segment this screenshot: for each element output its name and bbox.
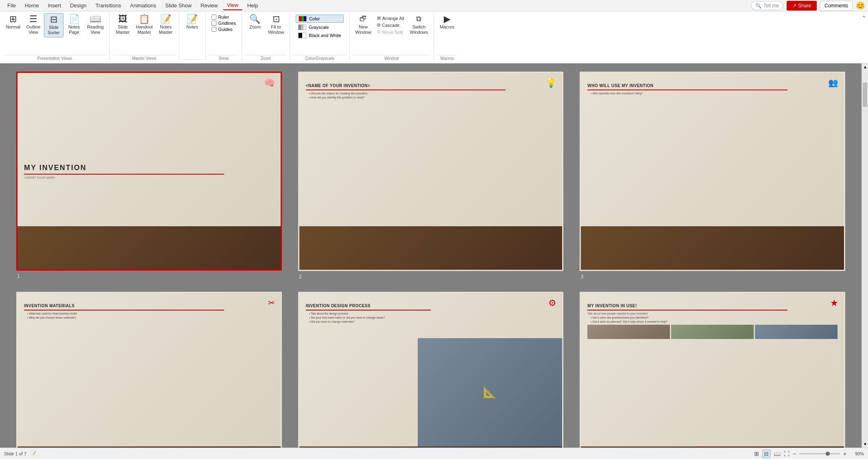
slide-num-1: 1 — [16, 273, 282, 279]
black-white-button[interactable]: Black and White — [296, 32, 343, 39]
outline-view-icon: ☰ — [29, 15, 37, 24]
menu-slideshow[interactable]: Slide Show — [161, 1, 196, 10]
normal-view-button[interactable]: ⊞ Normal — [3, 13, 23, 31]
gridlines-check[interactable] — [212, 21, 216, 26]
guides-checkbox[interactable]: Guides — [212, 27, 236, 32]
slide2-bullet2: How did you identify this problem or nee… — [306, 96, 556, 99]
menu-file[interactable]: File — [3, 1, 20, 10]
arrange-all-button[interactable]: ⊞ Arrange All — [375, 15, 407, 22]
slide4-title: INVENTION MATERIALS — [24, 304, 274, 308]
notes-page-icon: 📄 — [69, 15, 80, 24]
reading-view-status-icon[interactable]: 📖 — [774, 450, 781, 457]
notes-button[interactable]: 📝 Notes — [183, 13, 202, 31]
cascade-button[interactable]: ⧉ Cascade — [375, 22, 407, 28]
menu-review[interactable]: Review — [196, 1, 222, 10]
search-icon: 🔍 — [755, 3, 761, 9]
slide-sorter-button[interactable]: ⊟ Slide Sorter — [44, 13, 63, 37]
slide-item-6[interactable]: MY INVENTION IN USE! Talk about how peop… — [580, 292, 845, 448]
tell-me-input[interactable]: 🔍 Tell me — [751, 1, 783, 10]
ruler-check[interactable] — [212, 15, 216, 20]
move-split-button[interactable]: ⊟ Move Split — [375, 28, 407, 35]
slide-thumb-1[interactable]: MY INVENTION <INSERT YOUR NAME> 🧠 — [16, 72, 282, 271]
main-area: MY INVENTION <INSERT YOUR NAME> 🧠 1 <NAM… — [0, 63, 868, 448]
menu-transitions[interactable]: Transitions — [92, 1, 125, 10]
normal-view-icon: ⊞ — [9, 15, 17, 24]
menu-help[interactable]: Help — [243, 1, 262, 10]
fit-window-icon: ⊡ — [273, 15, 280, 24]
zoom-slider[interactable] — [799, 453, 840, 455]
slide6-line — [587, 310, 787, 310]
comments-button[interactable]: Comments — [820, 1, 853, 11]
notes-page-button[interactable]: 📄 Notes Page — [64, 13, 84, 37]
slide-item-4[interactable]: INVENTION MATERIALS Materials used for f… — [16, 292, 282, 448]
slide4-bullet1: Materials used for final invention build — [24, 312, 274, 315]
slide-thumb-6[interactable]: MY INVENTION IN USE! Talk about how peop… — [580, 292, 845, 448]
macros-button[interactable]: ▶ Macros — [437, 13, 457, 31]
notes-group-label — [183, 59, 202, 61]
cascade-icon: ⧉ — [377, 22, 380, 28]
macros-label: Macros — [437, 55, 457, 61]
show-label: Show — [209, 55, 238, 61]
slide-master-icon: 🖼 — [118, 15, 127, 24]
zoom-in-button[interactable]: + — [843, 450, 846, 457]
color-grayscale-label: Color/Grayscale — [293, 55, 346, 61]
menu-home[interactable]: Home — [21, 1, 43, 10]
menu-design[interactable]: Design — [66, 1, 90, 10]
present-status-icon[interactable]: ⛶ — [784, 450, 789, 457]
slide-item-2[interactable]: <NAME OF YOUR INVENTION> Discuss the rea… — [298, 72, 564, 280]
slide-thumb-5[interactable]: INVENTION DESIGN PROCESS Talk about the … — [298, 292, 564, 448]
zoom-out-button[interactable]: − — [793, 450, 796, 457]
menu-animations[interactable]: Animations — [126, 1, 160, 10]
menu-view[interactable]: View — [223, 1, 242, 10]
slide-item-3[interactable]: WHO WILL USE MY INVENTION Who benefits f… — [580, 72, 845, 280]
menu-bar: File Home Insert Design Transitions Anim… — [0, 0, 868, 11]
slide1-line — [24, 174, 224, 175]
slide-sorter-status-icon[interactable]: ⊟ — [762, 450, 770, 458]
slide-num-2: 2 — [298, 273, 564, 280]
ribbon-group-presentation-views: ⊞ Normal ☰ Outline View ⊟ Slide Sorter 📄… — [0, 13, 110, 61]
outline-view-button[interactable]: ☰ Outline View — [24, 13, 43, 37]
notes-icon: 📝 — [187, 15, 198, 24]
slide1-title: MY INVENTION — [24, 164, 274, 172]
slide2-bullet1: Discuss the reason for creating this inv… — [306, 92, 556, 95]
slide-item-1[interactable]: MY INVENTION <INSERT YOUR NAME> 🧠 1 — [16, 72, 282, 280]
new-window-button[interactable]: 🗗 New Window — [353, 13, 374, 37]
menu-insert[interactable]: Insert — [44, 1, 65, 10]
guides-check[interactable] — [212, 27, 216, 32]
slide-master-button[interactable]: 🖼 Slide Master — [113, 13, 133, 37]
zoom-level[interactable]: 90% — [850, 451, 864, 456]
reading-view-button[interactable]: 📖 Reading View — [85, 13, 106, 37]
switch-windows-button[interactable]: ⧉ Switch Windows — [408, 13, 431, 37]
share-button[interactable]: ↗Share — [787, 1, 817, 11]
normal-view-status-icon[interactable]: ⊞ — [754, 450, 759, 457]
grayscale-button[interactable]: Grayscale — [296, 24, 343, 31]
vertical-scrollbar[interactable]: ▲ ▼ — [861, 63, 868, 448]
gridlines-checkbox[interactable]: Gridlines — [212, 21, 236, 26]
macros-icon: ▶ — [444, 15, 451, 24]
handout-master-icon: 📋 — [139, 15, 150, 24]
color-button[interactable]: Color — [296, 15, 343, 23]
slide-thumb-4[interactable]: INVENTION MATERIALS Materials used for f… — [16, 292, 282, 448]
scroll-up-icon[interactable]: ▲ — [862, 63, 868, 70]
slide6-icon: ★ — [830, 298, 838, 308]
notes-master-button[interactable]: 📝 Notes Master — [156, 13, 176, 37]
scroll-down-icon[interactable]: ▼ — [862, 441, 868, 448]
scroll-thumb[interactable] — [863, 83, 867, 107]
slide5-title: INVENTION DESIGN PROCESS — [306, 304, 431, 308]
slide6-bullet2: Did it work as planned? Did it help whom… — [587, 320, 837, 323]
notes-master-icon: 📝 — [160, 15, 171, 24]
slide5-image: 📐 — [418, 338, 563, 446]
notes-status-icon[interactable]: 📝 — [31, 451, 36, 456]
ribbon-collapse-icon[interactable]: ⌃ — [861, 15, 866, 21]
zoom-button[interactable]: 🔍 Zoom — [245, 13, 265, 31]
slide-thumb-3[interactable]: WHO WILL USE MY INVENTION Who benefits f… — [580, 72, 845, 271]
window-label: Window — [353, 55, 431, 61]
ruler-checkbox[interactable]: Ruler — [212, 15, 236, 20]
slide-bg-1: MY INVENTION <INSERT YOUR NAME> 🧠 — [17, 73, 281, 269]
handout-master-button[interactable]: 📋 Handout Master — [133, 13, 155, 37]
slide4-line — [24, 310, 224, 310]
slide-thumb-2[interactable]: <NAME OF YOUR INVENTION> Discuss the rea… — [298, 72, 564, 271]
zoom-label: Zoom — [245, 55, 286, 61]
fit-window-button[interactable]: ⊡ Fit to Window — [266, 13, 286, 37]
slide-item-5[interactable]: INVENTION DESIGN PROCESS Talk about the … — [298, 292, 564, 448]
